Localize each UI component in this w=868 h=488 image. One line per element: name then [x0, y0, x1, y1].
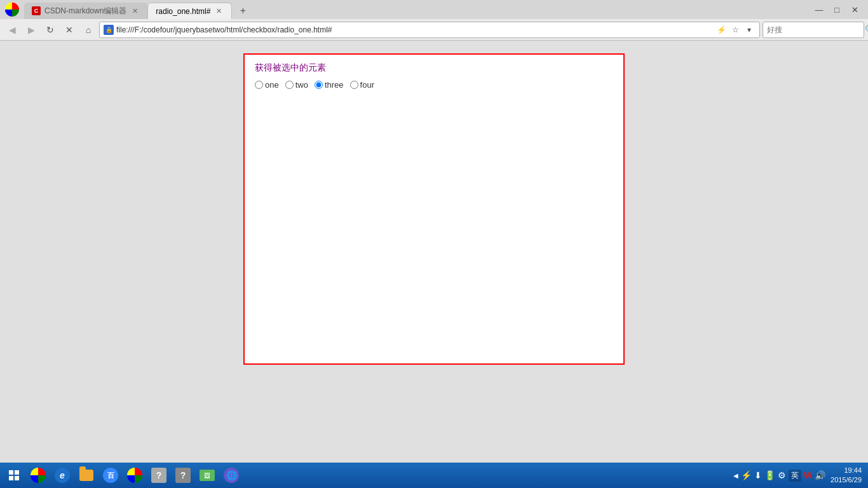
search-button[interactable]: 🔍: [865, 24, 868, 36]
taskbar-help-icon[interactable]: ?: [147, 464, 170, 487]
folder-icon: [79, 470, 93, 481]
page-content: 获得被选中的元素 one two three four: [0, 41, 868, 463]
thunder-icon[interactable]: ⚡: [715, 24, 728, 36]
radio-label-three[interactable]: three: [325, 80, 344, 90]
taskbar-right: ◀ ⚡ ⬇ 🔋 ⚙ 英 W 🔊 19:44 2015/6/29: [733, 466, 865, 485]
search-input[interactable]: [767, 25, 862, 34]
home-button[interactable]: ⌂: [80, 22, 97, 38]
refresh-button[interactable]: ↻: [42, 22, 58, 38]
radio-input-four[interactable]: [350, 81, 358, 89]
input-method-indicator[interactable]: 英: [789, 470, 801, 482]
taskbar-browser2-icon[interactable]: [123, 464, 146, 487]
demo-title: 获得被选中的元素: [255, 62, 613, 74]
help2-icon: ?: [175, 468, 191, 483]
tab-csdn[interactable]: C CSDN-markdown编辑器 ✕: [24, 3, 147, 19]
tray-download-icon[interactable]: ⬇: [754, 470, 762, 480]
windows-logo-icon: [9, 470, 19, 480]
radio-group: one two three four: [255, 80, 613, 90]
radio-label-four[interactable]: four: [360, 80, 374, 90]
address-security-icon: 🔒: [104, 25, 114, 35]
taskbar-folder-icon[interactable]: [75, 464, 98, 487]
system-clock[interactable]: 19:44 2015/6/29: [831, 466, 862, 485]
globe-icon: 🌐: [224, 468, 239, 483]
browser2-logo-icon: [127, 468, 142, 483]
ie-logo-icon: e: [55, 468, 70, 483]
stop-button[interactable]: ✕: [61, 22, 78, 38]
photo-icon: 🖼: [200, 470, 215, 481]
title-bar-controls: — □ ✕: [811, 3, 863, 17]
address-bar-actions: ⚡ ☆ ▾: [715, 24, 756, 36]
tray-accelerator-icon[interactable]: ⚡: [741, 470, 752, 480]
taskbar-ie-icon[interactable]: e: [51, 464, 74, 487]
title-bar-left: C CSDN-markdown编辑器 ✕ radio_one.html# ✕ +: [5, 0, 251, 19]
tab-favicon-csdn: C: [32, 6, 41, 15]
tab-radio[interactable]: radio_one.html# ✕: [147, 3, 232, 19]
maximize-button[interactable]: □: [829, 3, 845, 17]
taskbar: e 百 ? ? 🖼 🌐 ◀ ⚡: [0, 463, 868, 488]
taskbar-icons: e 百 ? ? 🖼 🌐: [27, 464, 732, 487]
new-tab-button[interactable]: +: [234, 3, 251, 19]
close-button[interactable]: ✕: [846, 3, 863, 17]
browser-logo-icon: [31, 468, 46, 483]
radio-input-one[interactable]: [255, 81, 263, 89]
radio-input-three[interactable]: [315, 81, 323, 89]
tray-settings-icon[interactable]: ⚙: [778, 470, 786, 480]
tray-network-icon[interactable]: 🔋: [764, 470, 775, 480]
tab-label-radio: radio_one.html#: [156, 7, 210, 16]
taskbar-browser-icon[interactable]: [27, 464, 50, 487]
taskbar-help2-icon[interactable]: ?: [172, 464, 194, 487]
address-input[interactable]: [116, 25, 712, 34]
tab-label-csdn: CSDN-markdown编辑器: [44, 6, 126, 17]
tab-close-radio[interactable]: ✕: [214, 6, 224, 16]
tray-volume-icon[interactable]: 🔊: [815, 470, 825, 480]
baidu-cloud-icon: 百: [103, 468, 118, 483]
tray-wps-icon[interactable]: W: [804, 470, 812, 480]
help-icon: ?: [151, 468, 166, 483]
tray-expand-icon[interactable]: ◀: [733, 472, 738, 479]
clock-time: 19:44: [831, 466, 862, 475]
search-bar: 🔍 ▾: [763, 22, 864, 38]
title-bar: C CSDN-markdown编辑器 ✕ radio_one.html# ✕ +…: [0, 0, 868, 19]
radio-item-three: three: [315, 80, 344, 90]
radio-item-four: four: [350, 80, 374, 90]
clock-date: 2015/6/29: [831, 475, 862, 485]
bookmark-star-icon[interactable]: ☆: [729, 24, 742, 36]
address-dropdown-icon[interactable]: ▾: [743, 24, 756, 36]
address-bar: 🔒 ⚡ ☆ ▾: [99, 22, 760, 38]
start-button[interactable]: [3, 464, 25, 487]
taskbar-photo-icon[interactable]: 🖼: [196, 464, 219, 487]
back-button[interactable]: ◀: [4, 22, 20, 38]
radio-input-two[interactable]: [285, 81, 294, 89]
demo-box: 获得被选中的元素 one two three four: [243, 53, 625, 365]
taskbar-globe-icon[interactable]: 🌐: [220, 464, 243, 487]
system-tray: ◀ ⚡ ⬇ 🔋 ⚙ 英 W 🔊: [733, 470, 825, 482]
radio-item-one: one: [255, 80, 279, 90]
browser-logo: [5, 3, 19, 17]
taskbar-baidu-icon[interactable]: 百: [99, 464, 122, 487]
tab-bar: C CSDN-markdown编辑器 ✕ radio_one.html# ✕ +: [24, 0, 251, 19]
nav-bar: ◀ ▶ ↻ ✕ ⌂ 🔒 ⚡ ☆ ▾ 🔍 ▾: [0, 19, 868, 41]
tab-close-csdn[interactable]: ✕: [130, 6, 140, 16]
radio-label-two[interactable]: two: [295, 80, 308, 90]
minimize-button[interactable]: —: [811, 3, 827, 17]
radio-item-two: two: [285, 80, 308, 90]
radio-label-one[interactable]: one: [265, 80, 279, 90]
forward-button[interactable]: ▶: [23, 22, 39, 38]
browser-chrome: C CSDN-markdown编辑器 ✕ radio_one.html# ✕ +…: [0, 0, 868, 41]
